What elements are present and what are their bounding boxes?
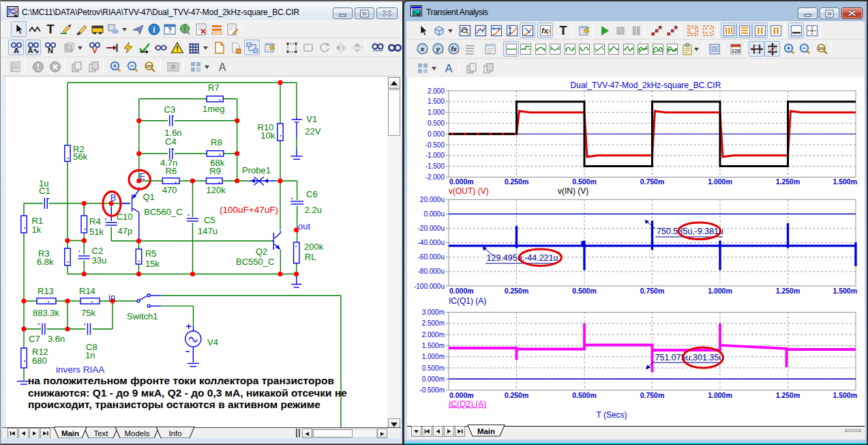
svg-text:0.250m: 0.250m bbox=[505, 177, 529, 186]
svg-text:R14: R14 bbox=[79, 286, 95, 296]
svg-text:V4: V4 bbox=[207, 337, 218, 347]
svg-text:y: y bbox=[435, 45, 440, 53]
svg-text:C3: C3 bbox=[164, 104, 176, 115]
svg-text:R4: R4 bbox=[89, 216, 101, 227]
svg-text:A: A bbox=[14, 46, 19, 55]
svg-text:-100.000u: -100.000u bbox=[414, 283, 445, 290]
svg-text:33u: 33u bbox=[92, 255, 107, 265]
svg-text:Main: Main bbox=[61, 429, 79, 437]
svg-text:Dual_TVV-47-Mod_2kHz-square_BC: Dual_TVV-47-Mod_2kHz-square_BC.CIR bbox=[571, 81, 721, 90]
svg-text:0.750m: 0.750m bbox=[640, 177, 665, 186]
svg-text:на положительном фронте токи к: на положительном фронте токи коллектора … bbox=[28, 375, 334, 386]
svg-text:2.000m: 2.000m bbox=[422, 331, 445, 339]
svg-text:C5: C5 bbox=[204, 215, 215, 225]
svg-text:-40.000u: -40.000u bbox=[418, 239, 445, 246]
svg-text:V: V bbox=[92, 46, 98, 55]
svg-text:0.000m: 0.000m bbox=[422, 375, 445, 383]
svg-text:v(IN) (V): v(IN) (V) bbox=[558, 186, 588, 196]
svg-text:C10: C10 bbox=[117, 212, 133, 222]
svg-text:fx: fx bbox=[451, 45, 457, 53]
svg-text:1.500m: 1.500m bbox=[833, 287, 857, 295]
svg-text:1.500m: 1.500m bbox=[833, 391, 857, 399]
svg-text:−: − bbox=[802, 44, 806, 52]
svg-text:-80.000u: -80.000u bbox=[418, 268, 445, 275]
svg-text:V1: V1 bbox=[306, 114, 317, 124]
svg-text:R9: R9 bbox=[209, 166, 221, 176]
svg-text:Q2: Q2 bbox=[256, 246, 267, 257]
svg-text:R8: R8 bbox=[211, 137, 222, 147]
svg-text:2.500m: 2.500m bbox=[422, 319, 445, 327]
svg-text:i: i bbox=[153, 25, 155, 34]
svg-text:750.535u,-9.381u: 750.535u,-9.381u bbox=[657, 227, 723, 236]
svg-text:A∿: A∿ bbox=[27, 46, 39, 55]
svg-text:C4: C4 bbox=[165, 137, 177, 147]
svg-text:1.000m: 1.000m bbox=[422, 353, 445, 360]
svg-text:T (Secs): T (Secs) bbox=[596, 410, 627, 420]
svg-text:6.8k: 6.8k bbox=[37, 257, 54, 267]
svg-text:BC550_C: BC550_C bbox=[236, 257, 274, 267]
svg-text:-1.000: -1.000 bbox=[425, 152, 445, 159]
svg-text:C2: C2 bbox=[92, 246, 104, 256]
svg-text:Main: Main bbox=[477, 427, 495, 435]
svg-text:R5: R5 bbox=[145, 248, 157, 259]
svg-text:-0.500m: -0.500m bbox=[419, 386, 445, 394]
svg-text:C1: C1 bbox=[39, 186, 50, 196]
svg-text:Probe1: Probe1 bbox=[242, 165, 271, 175]
svg-text:-0.500: -0.500 bbox=[425, 141, 445, 149]
svg-text:751.075u,301.35u: 751.075u,301.35u bbox=[655, 353, 724, 362]
svg-text:1.250m: 1.250m bbox=[776, 391, 800, 399]
svg-text:1meg: 1meg bbox=[203, 104, 225, 114]
svg-text:in: in bbox=[108, 292, 115, 302]
svg-text:-60.000u: -60.000u bbox=[418, 253, 445, 261]
svg-text:R6: R6 bbox=[166, 166, 177, 176]
svg-text:IC(Q2) (A): IC(Q2) (A) bbox=[449, 399, 486, 409]
svg-text:x: x bbox=[419, 45, 424, 53]
svg-text:47p: 47p bbox=[118, 226, 133, 236]
svg-text:(100uF+47uF): (100uF+47uF) bbox=[220, 205, 278, 215]
svg-text:1.250m: 1.250m bbox=[776, 287, 800, 295]
svg-text:0.000m: 0.000m bbox=[449, 177, 474, 186]
svg-text:0.000m: 0.000m bbox=[449, 287, 474, 295]
svg-text:1.000m: 1.000m bbox=[708, 287, 732, 295]
svg-text:происходит, транзисторы остают: происходит, транзисторы остаются в актив… bbox=[28, 399, 320, 410]
svg-text:A: A bbox=[445, 63, 452, 74]
svg-text:1.000m: 1.000m bbox=[708, 391, 732, 399]
svg-text:3.000m: 3.000m bbox=[422, 308, 445, 316]
svg-text:v(OUT) (V): v(OUT) (V) bbox=[449, 186, 489, 196]
svg-text:1n: 1n bbox=[85, 350, 95, 360]
svg-text:IC(Q1) (A): IC(Q1) (A) bbox=[449, 296, 486, 306]
svg-text:2.2u: 2.2u bbox=[305, 205, 322, 215]
svg-text:0.500: 0.500 bbox=[428, 119, 445, 127]
svg-text:B: B bbox=[110, 192, 117, 203]
svg-text:C6: C6 bbox=[306, 189, 318, 199]
svg-text:22V: 22V bbox=[305, 126, 320, 137]
svg-text:+: + bbox=[786, 44, 790, 52]
svg-text:Switch1: Switch1 bbox=[127, 311, 158, 321]
svg-text:680: 680 bbox=[32, 356, 47, 366]
svg-text:Models: Models bbox=[124, 429, 149, 437]
svg-text:BC560_C: BC560_C bbox=[144, 207, 182, 217]
svg-text:15k: 15k bbox=[145, 259, 160, 269]
svg-text:56k: 56k bbox=[73, 152, 87, 162]
svg-text:1.500m: 1.500m bbox=[422, 342, 445, 349]
svg-text:Info: Info bbox=[168, 429, 181, 437]
svg-text:147u: 147u bbox=[198, 226, 218, 236]
svg-text:100: 100 bbox=[145, 64, 153, 68]
svg-text:E: E bbox=[140, 171, 146, 182]
svg-text:1.250m: 1.250m bbox=[776, 177, 800, 186]
svg-text:1.000m: 1.000m bbox=[708, 177, 732, 186]
svg-text:invers RIAA: invers RIAA bbox=[56, 364, 104, 375]
svg-text:51k: 51k bbox=[89, 227, 104, 237]
svg-text:20.000u: 20.000u bbox=[420, 196, 445, 203]
svg-text:10k: 10k bbox=[260, 130, 275, 141]
svg-text:+: + bbox=[113, 62, 117, 70]
svg-text:снижаются: Q1 - до 9 мкА, Q2 -: снижаются: Q1 - до 9 мкА, Q2 - до 0,3 мА… bbox=[28, 387, 347, 399]
svg-text:RL: RL bbox=[305, 252, 316, 262]
svg-text:123: 123 bbox=[731, 48, 740, 54]
svg-text:A: A bbox=[218, 61, 226, 73]
svg-text:0.000u: 0.000u bbox=[423, 210, 445, 218]
svg-text:1.500m: 1.500m bbox=[833, 177, 857, 186]
svg-text:?: ? bbox=[167, 27, 171, 34]
svg-text:-20.000u: -20.000u bbox=[418, 225, 445, 232]
svg-text:2.000: 2.000 bbox=[428, 87, 445, 95]
